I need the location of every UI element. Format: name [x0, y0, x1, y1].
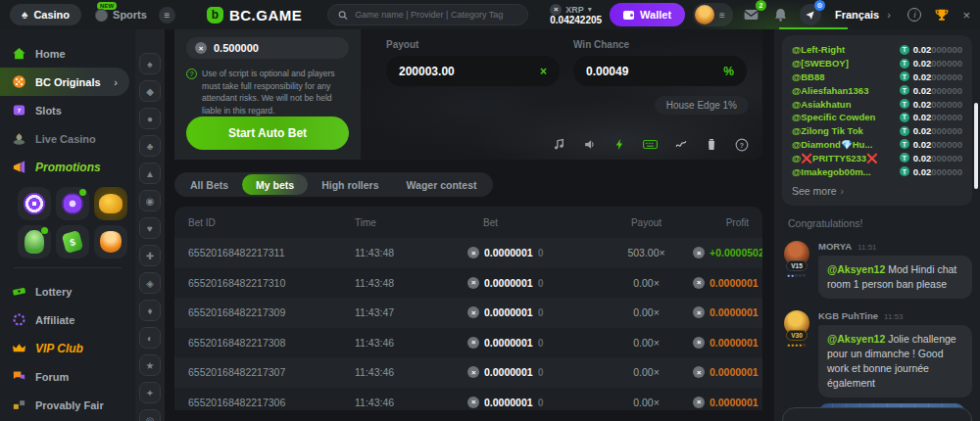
tab-my-bets[interactable]: My bets — [242, 174, 308, 195]
bet-payout: 0.00× — [600, 397, 693, 408]
promo-wheel-tile[interactable] — [56, 187, 89, 220]
profile-menu[interactable]: ≡ — [693, 3, 733, 26]
level-dots: ●●○○○ — [787, 272, 807, 278]
rain-username[interactable]: @Aliesfahan1363 — [792, 85, 900, 96]
game-shortcut-11[interactable]: ◐ — [139, 327, 161, 349]
notifications-button[interactable] — [770, 4, 792, 25]
chat-language-selector[interactable]: Français › — [835, 9, 891, 21]
game-shortcut-8[interactable]: ✚ — [139, 245, 161, 266]
promo-referral-tile[interactable] — [94, 225, 127, 258]
affiliate-icon — [12, 312, 26, 327]
game-shortcut-12[interactable]: ★ — [139, 354, 161, 376]
bet-amount-field[interactable]: × 0.500000 — [186, 37, 349, 59]
see-more-link[interactable]: See more› — [792, 185, 962, 197]
promo-deals-tile[interactable]: $ — [56, 225, 89, 258]
trends-icon[interactable] — [673, 137, 688, 152]
rain-username[interactable]: @BB88 — [792, 71, 900, 82]
game-search[interactable] — [327, 4, 528, 25]
tab-wager-contest[interactable]: Wager contest — [393, 174, 491, 195]
table-row[interactable]: 65520168482217308 11:43:46 ×0.00000010 0… — [174, 328, 762, 358]
sidebar-item-lottery[interactable]: Lottery — [0, 277, 135, 305]
game-shortcut-13[interactable]: ✦ — [139, 382, 161, 403]
trophy-icon[interactable] — [935, 8, 949, 22]
slots-icon: 7 — [12, 103, 26, 117]
casino-toggle[interactable]: ♠ Casino — [10, 4, 81, 25]
search-input[interactable] — [355, 10, 517, 20]
table-row[interactable]: 65520168482217311 11:43:48 ×0.00000010 5… — [174, 238, 762, 268]
sidebar-item-bc-originals[interactable]: BC Originals › — [0, 68, 129, 96]
chat-input[interactable] — [783, 408, 971, 421]
promo-piggy-tile[interactable] — [94, 187, 127, 220]
chat-scrollbar[interactable] — [974, 103, 978, 189]
chat-input-box[interactable] — [782, 407, 972, 421]
promo-rocket-tile[interactable] — [18, 225, 51, 258]
rain-username[interactable]: @Asiakhatun — [792, 99, 900, 110]
collapse-menu-button[interactable]: ≡ — [159, 7, 175, 23]
start-auto-bet-button[interactable]: Start Auto Bet — [186, 117, 349, 150]
sidebar-item-slots[interactable]: 7 Slots — [0, 96, 135, 124]
rain-amount: 0.02000000 — [913, 166, 962, 177]
chat-rules-icon[interactable]: i — [907, 8, 921, 22]
sidebar-item-affiliate[interactable]: Affiliate — [0, 305, 135, 334]
game-shortcut-6[interactable]: ◉ — [139, 190, 161, 211]
bc-game-logo[interactable]: b BC.GAME — [207, 7, 302, 23]
sidebar-item-vip-club[interactable]: VIP Club — [0, 334, 135, 362]
rain-username[interactable]: @Zilong Tik Tok — [792, 125, 900, 136]
rain-username[interactable]: @Imakegob00m... — [792, 166, 900, 177]
chevron-right-icon: › — [887, 9, 891, 21]
rain-username[interactable]: @Left-Right — [792, 44, 900, 55]
game-shortcut-1[interactable]: ♠ — [139, 53, 161, 74]
rain-username[interactable]: @[SWEBOY] — [792, 58, 900, 69]
mention-link[interactable]: @Aksyen12 — [827, 333, 885, 345]
balance-selector[interactable]: × XRP ▾ 0.04242205 — [550, 4, 602, 25]
help-icon[interactable]: ? — [734, 137, 749, 152]
sidebar-item-home[interactable]: Home — [0, 39, 135, 68]
game-shortcut-14[interactable]: ◎ — [139, 409, 161, 421]
table-row[interactable]: 65520168482217307 11:43:46 ×0.00000010 0… — [174, 357, 762, 388]
payout-input[interactable]: 200003.00 × — [386, 56, 560, 86]
usdt-coin-icon: T — [900, 153, 909, 163]
mail-badge: 2 — [756, 0, 766, 11]
table-row[interactable]: 65520168482217309 11:43:47 ×0.00000010 0… — [174, 298, 762, 328]
chat-toggle-button[interactable]: ⚙ — [800, 4, 821, 25]
rain-username[interactable]: @Diamond💎Hu... — [792, 139, 900, 150]
message-username[interactable]: MORYA — [818, 241, 852, 252]
game-shortcut-5[interactable]: ▲ — [139, 163, 161, 184]
sidebar-label-bc-originals: BC Originals — [35, 76, 101, 88]
wallet-button[interactable]: Wallet — [610, 3, 685, 26]
seed-jar-icon[interactable] — [704, 137, 718, 152]
messages-button[interactable]: 2 — [741, 4, 762, 25]
tab-all-bets[interactable]: All Bets — [176, 174, 242, 195]
game-shortcut-2[interactable]: ◆ — [139, 80, 161, 102]
rain-username[interactable]: @Specific Cowden — [792, 112, 900, 122]
sidebar-item-live-casino[interactable]: Live Casino — [0, 124, 135, 153]
win-chance-input[interactable]: 0.00049 % — [573, 56, 747, 86]
sound-toggle-icon[interactable] — [582, 137, 597, 152]
game-shortcut-9[interactable]: ◈ — [139, 272, 161, 294]
close-chat-icon[interactable]: × — [962, 8, 970, 23]
hotkeys-keyboard-icon[interactable] — [643, 137, 658, 152]
table-row[interactable]: 65520168482217306 11:43:46 ×0.00000010 0… — [174, 388, 762, 411]
message-username[interactable]: KGB PuhTine — [818, 310, 878, 321]
sidebar-item-forum[interactable]: Forum — [0, 362, 135, 391]
game-shortcut-10[interactable]: ♦ — [139, 300, 161, 321]
rain-recipient: @Aliesfahan1363T0.02000000 — [792, 83, 962, 97]
person-coin-icon — [100, 231, 122, 253]
game-shortcut-3[interactable]: ● — [139, 108, 161, 129]
sidebar-label-affiliate: Affiliate — [35, 314, 74, 326]
sports-toggle[interactable]: NEW Sports — [95, 9, 147, 22]
mention-link[interactable]: @Aksyen12 — [827, 263, 885, 275]
game-shortcut-4[interactable]: ♣ — [139, 135, 161, 157]
turbo-bolt-icon[interactable] — [612, 137, 627, 152]
sidebar-item-promotions[interactable]: Promotions — [0, 153, 135, 181]
bet-id: 65520168482217309 — [188, 306, 355, 318]
sidebar-item-provably-fair[interactable]: Provably Fair — [0, 391, 135, 419]
tab-high-rollers[interactable]: High rollers — [308, 174, 392, 195]
chat-header-actions: i × — [907, 8, 970, 23]
rain-username[interactable]: @❌PRITTY5233❌ — [792, 153, 900, 164]
music-toggle-icon[interactable] — [552, 137, 566, 152]
table-row[interactable]: 65520168482217310 11:43:48 ×0.00000010 0… — [174, 268, 762, 299]
game-shortcut-7[interactable]: ♥ — [139, 217, 161, 239]
promo-spinner-tile[interactable] — [18, 187, 51, 220]
rain-amount-main: 0.02 — [913, 166, 932, 177]
